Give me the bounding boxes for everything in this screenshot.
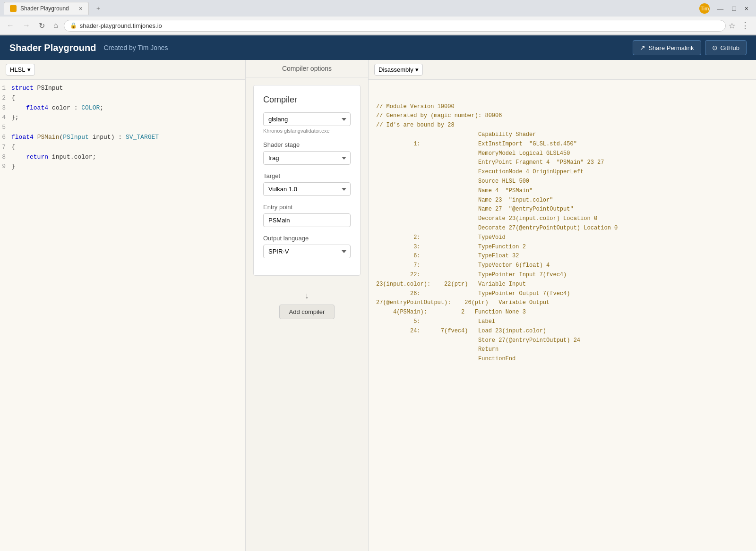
asm-line: Name 4 "PSMain" xyxy=(376,186,748,196)
line-number: 7 xyxy=(0,143,11,153)
url-text: shader-playground.timjones.io xyxy=(80,22,720,29)
window-controls: Tim — □ × xyxy=(697,4,752,13)
code-line: 5 xyxy=(0,123,245,133)
app-header: Shader Playground Created by Tim Jones ↗… xyxy=(0,35,756,60)
output-lang-group: Output language SPIR-V xyxy=(263,235,351,258)
tab-close-btn[interactable]: × xyxy=(79,5,83,12)
code-editor[interactable]: 1struct PSInput2{3 float4 color : COLOR;… xyxy=(0,80,245,551)
code-line: 7{ xyxy=(0,143,245,153)
output-dropdown-icon: ▾ xyxy=(415,66,419,73)
asm-line: Source HLSL 500 xyxy=(376,177,748,186)
asm-line: // Generated by (magic number): 80006 xyxy=(376,111,748,121)
output-lang-label: Output language xyxy=(263,235,351,242)
asm-line: 6: TypeFloat 32 xyxy=(376,252,748,261)
refresh-button[interactable]: ↻ xyxy=(36,20,48,31)
target-label: Target xyxy=(263,172,351,179)
share-permalink-button[interactable]: ↗ Share Permalink xyxy=(633,40,701,55)
asm-line: 3: TypeFunction 2 xyxy=(376,243,748,252)
compiler-select[interactable]: glslang xyxy=(263,112,351,126)
home-button[interactable]: ⌂ xyxy=(51,20,61,31)
forward-button[interactable]: → xyxy=(20,20,33,31)
line-content: { xyxy=(11,93,245,103)
line-content: }; xyxy=(11,113,245,123)
add-compiler-button[interactable]: Add compiler xyxy=(279,305,335,319)
shader-stage-label: Shader stage xyxy=(263,141,351,148)
bookmark-button[interactable]: ☆ xyxy=(729,21,735,30)
code-line: 8 return input.color; xyxy=(0,153,245,162)
browser-chrome: Shader Playground × + Tim — □ × ← → ↻ ⌂ … xyxy=(0,0,756,35)
back-button[interactable]: ← xyxy=(4,20,17,31)
entry-point-input[interactable] xyxy=(263,213,351,227)
asm-line: 27(@entryPointOutput): 26(ptr) Variable … xyxy=(376,298,748,308)
asm-line: Name 23 "input.color" xyxy=(376,196,748,205)
code-line: 4}; xyxy=(0,113,245,123)
line-number: 6 xyxy=(0,133,11,143)
code-line: 6float4 PSMain(PSInput input) : SV_TARGE… xyxy=(0,133,245,143)
asm-line: // Id's are bound by 28 xyxy=(376,121,748,130)
compiler-box-title: Compiler xyxy=(263,95,351,105)
line-content: return input.color; xyxy=(11,153,245,162)
asm-line: EntryPoint Fragment 4 "PSMain" 23 27 xyxy=(376,158,748,168)
asm-line: 23(input.color): 22(ptr) Variable Input xyxy=(376,280,748,289)
shader-stage-select[interactable]: frag xyxy=(263,151,351,165)
code-toolbar: HLSL ▾ xyxy=(0,60,245,80)
code-panel: HLSL ▾ 1struct PSInput2{3 float4 color :… xyxy=(0,60,246,551)
code-line: 3 float4 color : COLOR; xyxy=(0,103,245,113)
target-select[interactable]: Vulkan 1.0 xyxy=(263,182,351,196)
share-icon: ↗ xyxy=(640,44,645,51)
minimize-button[interactable]: — xyxy=(713,4,727,13)
asm-line: 2: TypeVoid xyxy=(376,233,748,243)
asm-line: 22: TypePointer Input 7(fvec4) xyxy=(376,271,748,280)
entry-point-label: Entry point xyxy=(263,203,351,211)
code-line: 1struct PSInput xyxy=(0,84,245,93)
github-icon: ⊙ xyxy=(712,44,718,51)
app-title: Shader Playground xyxy=(9,42,96,53)
line-content: { xyxy=(11,143,245,153)
compiler-options-panel: Compiler options Compiler glslang Khrono… xyxy=(246,60,369,551)
tab-title: Shader Playground xyxy=(20,5,75,12)
asm-line: // Module Version 10000 xyxy=(376,102,748,112)
language-dropdown-icon: ▾ xyxy=(27,66,31,73)
github-label: GitHub xyxy=(721,44,739,51)
line-content: float4 color : COLOR; xyxy=(11,103,245,113)
github-button[interactable]: ⊙ GitHub xyxy=(705,40,747,55)
entry-point-group: Entry point xyxy=(263,203,351,227)
address-bar[interactable]: 🔒 shader-playground.timjones.io xyxy=(64,20,726,32)
tab-favicon xyxy=(10,5,17,12)
browser-menu-button[interactable]: ⋮ xyxy=(738,19,752,32)
navigation-bar: ← → ↻ ⌂ 🔒 shader-playground.timjones.io … xyxy=(0,17,756,35)
compiler-hint: Khronos glslangvalidator.exe xyxy=(263,128,351,134)
compiler-options-header: Compiler options xyxy=(246,60,368,77)
down-arrow-icon: ↓ xyxy=(253,291,361,301)
line-number: 5 xyxy=(0,123,11,133)
new-tab-button[interactable]: + xyxy=(91,2,106,15)
asm-line: FunctionEnd xyxy=(376,355,748,364)
main-container: HLSL ▾ 1struct PSInput2{3 float4 color :… xyxy=(0,60,756,551)
line-number: 9 xyxy=(0,162,11,172)
language-select[interactable]: HLSL ▾ xyxy=(6,64,35,76)
app-subtitle: Created by Tim Jones xyxy=(103,44,168,51)
line-number: 8 xyxy=(0,153,11,162)
line-content: struct PSInput xyxy=(11,84,245,93)
line-content: } xyxy=(11,162,245,172)
output-lang-select[interactable]: SPIR-V xyxy=(263,245,351,258)
close-button[interactable]: × xyxy=(741,4,752,13)
profile-icon: Tim xyxy=(699,3,710,14)
line-number: 1 xyxy=(0,84,11,93)
language-label: HLSL xyxy=(10,66,26,73)
code-line: 9} xyxy=(0,162,245,172)
line-content xyxy=(11,123,245,133)
asm-output[interactable]: // Module Version 10000// Generated by (… xyxy=(369,80,756,551)
disassembly-toolbar: Disassembly ▾ xyxy=(369,60,756,80)
line-number: 2 xyxy=(0,93,11,103)
output-type-select[interactable]: Disassembly ▾ xyxy=(374,64,423,76)
restore-button[interactable]: □ xyxy=(728,4,739,13)
active-tab[interactable]: Shader Playground × xyxy=(4,2,89,15)
asm-line: Decorate 23(input.color) Location 0 xyxy=(376,214,748,224)
add-compiler-section: ↓ Add compiler xyxy=(246,283,368,327)
asm-line: 26: TypePointer Output 7(fvec4) xyxy=(376,289,748,299)
asm-line: Return xyxy=(376,345,748,355)
target-group: Target Vulkan 1.0 xyxy=(263,172,351,196)
compiler-select-group: glslang Khronos glslangvalidator.exe xyxy=(263,112,351,134)
line-number: 4 xyxy=(0,113,11,123)
